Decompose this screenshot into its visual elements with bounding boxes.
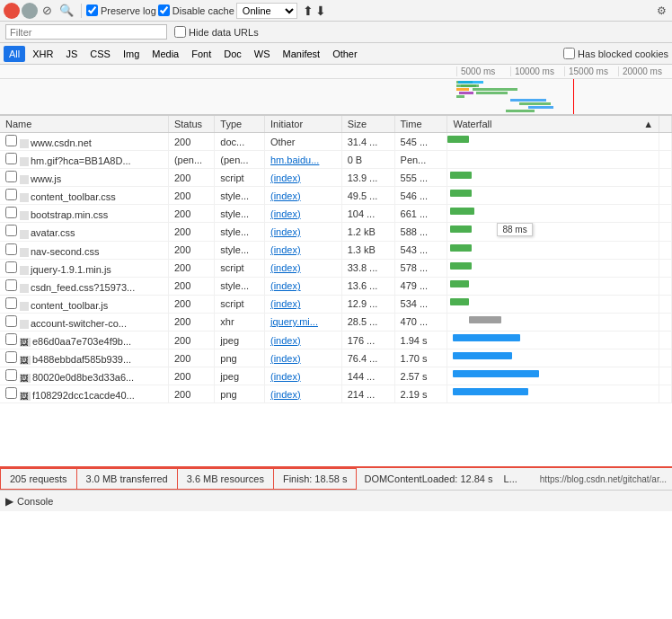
filter-input[interactable] [5,24,167,40]
table-row[interactable]: jquery-1.9.1.min.js200script(index)33.8 … [0,259,672,277]
mini-bar [473,88,517,91]
table-row[interactable]: www.csdn.net200doc...Other31.4 ...545 ..… [0,133,672,151]
gear-icon[interactable]: ⚙ [655,4,668,17]
row-initiator[interactable]: (index) [264,367,341,385]
row-waterfall [447,332,659,349]
mini-bar [456,88,469,91]
row-initiator[interactable]: (index) [264,241,341,259]
type-btn-js[interactable]: JS [60,46,83,62]
row-time: 545 ... [394,133,447,151]
requests-table-container[interactable]: Name Status Type Initiator Size Time Wat… [0,116,672,466]
table-row[interactable]: hm.gif?hca=BB1A8D...(pen...(pen...hm.bai… [0,151,672,169]
type-btn-all[interactable]: All [4,46,25,62]
th-initiator[interactable]: Initiator [264,116,341,133]
waterfall-bar [450,244,472,252]
th-status[interactable]: Status [168,116,214,133]
timeline-label-10000: 10000 ms [510,66,564,76]
table-row[interactable]: avatar.css200style...(index)1.2 kB588 ..… [0,223,672,241]
row-type: (pen... [215,151,265,169]
row-initiator[interactable]: (index) [264,169,341,187]
mini-bar [456,95,464,98]
table-row[interactable]: www.js200script(index)13.9 ...555 ... [0,169,672,187]
row-size: 76.4 ... [341,349,394,367]
table-row[interactable]: 🖼f108292dcc1cacde40...200png(index)214 .… [0,385,672,403]
row-time: 479 ... [394,277,447,295]
row-time: 1.94 s [394,332,447,349]
row-initiator[interactable]: jquery.mi... [264,313,341,331]
waterfall-overview: 5000 ms 10000 ms 15000 ms 20000 ms [0,65,672,116]
hide-data-urls-label: Hide data URLs [189,27,259,38]
row-status: 200 [168,133,214,151]
type-btn-xhr[interactable]: XHR [27,46,58,62]
row-status: 200 [168,241,214,259]
waterfall-bar [469,316,501,323]
th-size[interactable]: Size [341,116,394,133]
row-initiator[interactable]: (index) [264,205,341,223]
type-btn-img[interactable]: Img [118,46,145,62]
row-initiator[interactable]: (index) [264,332,341,349]
type-btn-other[interactable]: Other [327,46,363,62]
row-initiator[interactable]: (index) [264,385,341,403]
th-type[interactable]: Type [215,116,265,133]
table-header-row: Name Status Type Initiator Size Time Wat… [0,116,672,133]
type-btn-manifest[interactable]: Manifest [278,46,326,62]
row-initiator[interactable]: (index) [264,349,341,367]
hide-data-urls-checkbox[interactable]: Hide data URLs [174,26,259,38]
row-time: 1.70 s [394,349,447,367]
type-btn-ws[interactable]: WS [249,46,276,62]
filter-icon[interactable]: ⊘ [40,4,55,17]
row-name: content_toolbar.css [31,191,116,202]
row-waterfall [447,205,659,223]
row-status: 200 [168,259,214,277]
url-bar: https://blog.csdn.net/gitchat/ar... [535,474,672,484]
row-status: (pen... [168,151,214,169]
row-initiator[interactable]: (index) [264,187,341,205]
search-icon[interactable]: 🔍 [57,4,76,17]
arrow-icon[interactable]: ▶ [5,495,13,508]
disable-cache-checkbox[interactable]: Disable cache [158,4,234,16]
upload-icon[interactable]: ⬆ [303,4,314,18]
online-select[interactable]: OnlineOfflineSlow 3GFast 3G [236,3,297,19]
type-btn-font[interactable]: Font [186,46,217,62]
table-row[interactable]: content_toolbar.css200style...(index)49.… [0,187,672,205]
row-type: jpeg [215,367,265,385]
table-row[interactable]: csdn_feed.css?15973...200style...(index)… [0,277,672,295]
table-row[interactable]: 🖼b488ebbdaf585b939...200png(index)76.4 .… [0,349,672,367]
row-initiator[interactable]: hm.baidu... [264,151,341,169]
row-time: 534 ... [394,295,447,313]
has-blocked-cookies[interactable]: Has blocked cookies [563,48,668,59]
download-icon[interactable]: ⬇ [315,4,326,18]
row-size: 1.2 kB [341,223,394,241]
row-initiator[interactable]: (index) [264,259,341,277]
th-waterfall[interactable]: Waterfall ▲ [447,116,659,133]
timeline-label-5000: 5000 ms [456,66,510,76]
row-initiator[interactable]: (index) [264,295,341,313]
table-row[interactable]: bootstrap.min.css200style...(index)104 .… [0,205,672,223]
row-waterfall: 88 ms [447,223,659,241]
th-time[interactable]: Time [394,116,447,133]
finish-time: Finish: 18.58 s [274,468,358,490]
row-type: style... [215,205,265,223]
table-row[interactable]: nav-second.css200style...(index)1.3 kB54… [0,241,672,259]
stop-button[interactable] [22,3,38,19]
th-name[interactable]: Name [0,116,168,133]
transferred-size: 3.0 MB transferred [77,468,178,490]
table-row[interactable]: account-switcher-co...200xhrjquery.mi...… [0,313,672,331]
row-initiator[interactable]: (index) [264,277,341,295]
waterfall-bar [450,280,469,287]
record-button[interactable] [4,3,20,19]
row-type: style... [215,277,265,295]
table-row[interactable]: content_toolbar.js200script(index)12.9 .… [0,295,672,313]
preserve-log-checkbox[interactable]: Preserve log [86,4,156,16]
row-status: 200 [168,385,214,403]
type-btn-media[interactable]: Media [146,46,184,62]
row-initiator[interactable]: (index) [264,223,341,241]
row-waterfall [447,295,659,313]
type-btn-css[interactable]: CSS [84,46,116,62]
table-row[interactable]: 🖼80020e0d8be3d33a6...200jpeg(index)144 .… [0,367,672,385]
table-row[interactable]: 🖼e86d0aa7e703e4f9b...200jpeg(index)176 .… [0,332,672,349]
waterfall-bar [453,388,528,395]
type-btn-doc[interactable]: Doc [218,46,247,62]
row-status: 200 [168,169,214,187]
console-label[interactable]: Console [17,496,53,507]
